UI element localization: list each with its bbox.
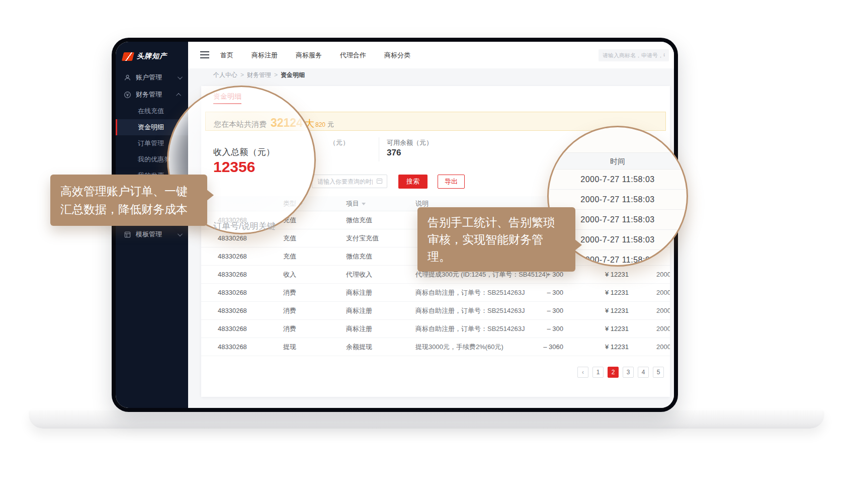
sidebar-subitem-recharge[interactable]: 在线充值 [116,103,188,119]
cell-order: 48330268 [218,338,247,356]
magnified-time-row: 2000-7-27 11:58:03 [549,190,687,210]
nav-item-trademark-class[interactable]: 商标分类 [384,51,410,60]
user-icon [124,74,131,81]
cell-desc: 商标自助注册，订单号：SB2514263J [415,302,525,320]
cell-balance: ¥ 12231 [582,338,629,356]
table-row: 48330268 消费 商标注册 商标自助注册，订单号：SB2514263J –… [201,284,670,302]
available-balance-value: 376 [387,148,401,158]
cell-project: 余额提现 [346,338,372,356]
callout-right: 告别手工统计、告别繁琐 审核，实现智能财务管 理。 [417,207,575,272]
banner-unit: 元 [327,120,334,129]
cell-order: 48330268 [218,266,247,284]
pagination-page-1[interactable]: 1 [592,367,604,378]
chevron-down-icon [178,74,183,79]
search-button[interactable]: 搜索 [398,175,428,189]
pagination-page-2-active[interactable]: 2 [608,367,619,378]
cell-time: 2000-7-27 11:58:03 [656,284,670,302]
brand-logo-icon [122,52,134,61]
cell-desc: 提现3000元，手续费2%(60元) [415,338,503,356]
cell-project: 商标注册 [346,284,372,302]
sidebar-item-account[interactable]: 账户管理 [116,69,188,86]
brand: 头牌知产 [116,42,188,69]
magnified-income-value: 12356 [213,158,255,176]
cell-balance: ¥ 12231 [582,266,629,284]
sidebar-item-template[interactable]: 模板管理 [116,226,188,243]
cell-type: 充值 [283,247,296,266]
calendar-icon[interactable] [377,179,382,184]
cell-amount: – 3060 [517,338,563,356]
chevron-down-icon [178,231,183,236]
breadcrumb-current: 资金明细 [281,71,305,78]
cell-project: 微信充值 [346,211,372,229]
topbar: 首页 商标注册 商标服务 代理合作 商标分类 [188,42,674,68]
caret-down-icon [362,203,366,205]
header-project[interactable]: 项目 [346,196,366,211]
cell-order: 48330268 [218,247,247,266]
cell-order: 48330268 [218,284,247,302]
sidebar-item-label: 模板管理 [136,230,178,239]
brand-name: 头牌知产 [137,52,167,61]
cell-time: 2000-7-27 11:58:03 [656,320,670,338]
magnified-order-header: 订单号/说明关键 [213,220,276,232]
trademark-search-input[interactable] [599,49,669,61]
cell-desc: 商标自助注册，订单号：SB2514263J [415,284,525,302]
cell-type: 收入 [283,266,296,284]
cell-project: 商标注册 [346,302,372,320]
magnified-income-label: 收入总额（元） [213,146,275,158]
sidebar-item-finance[interactable]: 财务管理 [116,86,188,103]
nav-item-trademark-register[interactable]: 商标注册 [251,51,278,60]
sidebar-subitem-label: 资金明细 [138,123,164,132]
nav-item-agency[interactable]: 代理合作 [340,51,366,60]
laptop-base [29,410,824,429]
banner-amount-rest: 820 [315,121,325,128]
header-label: 说明 [415,200,429,207]
time-query-input[interactable] [312,175,387,188]
pagination-prev-button[interactable]: ‹ [577,367,588,378]
pagination-page-3[interactable]: 3 [623,367,634,378]
breadcrumb-separator: > [274,71,278,78]
cell-time: 2000-7-27 11:58:03 [656,338,670,356]
nav-item-home[interactable]: 首页 [220,51,233,60]
sidebar-item-label: 财务管理 [136,90,178,99]
cell-project: 微信充值 [346,247,372,266]
cell-project: 商标注册 [346,320,372,338]
pagination-page-4[interactable]: 4 [638,367,649,378]
cell-desc: 商标自助注册，订单号：SB2514263J [415,320,525,338]
cell-type: 消费 [283,284,296,302]
cell-project: 代理收入 [346,266,372,284]
callout-left: 高效管理账户订单、一键 汇总数据，降低财务成本 [50,175,207,226]
cell-type: 提现 [283,338,296,356]
export-button[interactable]: 导出 [438,175,465,189]
top-navigation: 首页 商标注册 商标服务 代理合作 商标分类 [220,42,410,68]
magnified-time-header: 时间 [549,152,687,170]
cell-order: 48330268 [218,320,247,338]
page: 头牌知产 账户管理 财务管理 在线充值 [0,0,853,504]
sidebar-subitem-label: 订单管理 [138,139,164,148]
cell-type: 充值 [283,229,296,247]
cell-project: 支付宝充值 [346,229,379,247]
header-label: 项目 [346,200,359,207]
breadcrumb-part[interactable]: 财务管理 [247,71,271,78]
cell-balance: ¥ 12231 [582,302,629,320]
breadcrumb: 个人中心>财务管理>资金明细 [188,68,674,82]
cell-amount: – 300 [517,284,563,302]
pagination-page-5[interactable]: 5 [653,367,664,378]
cell-amount: – 300 [517,320,563,338]
hamburger-icon[interactable] [200,51,209,58]
template-icon [124,231,131,238]
table-row: 48330268 消费 商标注册 商标自助注册，订单号：SB2514263J –… [201,320,670,338]
cell-time: 2000-7-27 11:58:03 [656,302,670,320]
sidebar-subitem-label: 在线充值 [138,107,164,116]
table-row: 48330268 消费 商标注册 商标自助注册，订单号：SB2514263J –… [201,302,670,320]
magnified-time-row: 2000-7-27 11:58:03 [549,170,687,190]
breadcrumb-separator: > [240,71,244,78]
available-balance-label: 可用余额（元） [387,138,433,147]
pagination: ‹ 1 2 3 4 5 [577,367,664,378]
cell-time: 2000-7-27 11:58:03 [656,266,670,284]
breadcrumb-part[interactable]: 个人中心 [213,71,237,78]
cell-type: 消费 [283,320,296,338]
cell-amount: – 300 [517,302,563,320]
nav-item-trademark-service[interactable]: 商标服务 [296,51,322,60]
sidebar-subitem-label: 我的优惠券 [138,155,170,164]
cell-balance: ¥ 12231 [582,284,629,302]
